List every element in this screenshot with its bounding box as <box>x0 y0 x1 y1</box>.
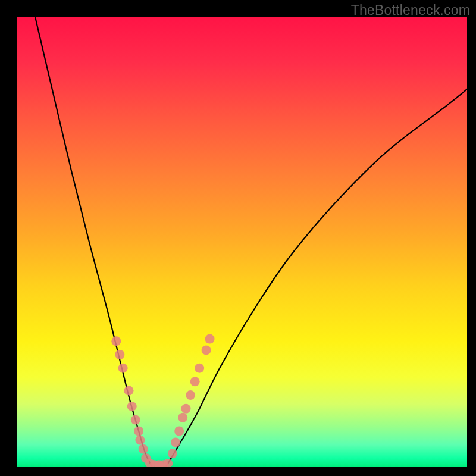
highlight-dot <box>181 404 191 414</box>
watermark-text: TheBottleneck.com <box>351 2 470 18</box>
highlight-dot <box>134 427 143 436</box>
highlight-dot <box>168 449 177 458</box>
highlight-dot <box>178 413 187 422</box>
highlight-dot <box>135 436 145 445</box>
highlight-dot <box>205 334 215 344</box>
curve-overlay <box>17 17 467 467</box>
highlight-dot <box>163 459 173 467</box>
left-curve <box>35 17 152 467</box>
highlight-dot <box>195 364 204 373</box>
highlight-dot <box>124 386 133 395</box>
highlight-dot <box>186 390 195 400</box>
highlight-dot <box>174 427 184 436</box>
highlight-dot <box>115 350 124 359</box>
highlight-dots <box>111 334 214 467</box>
chart-stage: TheBottleneck.com <box>0 0 476 476</box>
highlight-dot <box>118 364 128 373</box>
highlight-dot <box>111 336 121 346</box>
highlight-dot <box>190 377 200 386</box>
highlight-dot <box>171 437 180 447</box>
highlight-dot <box>139 444 148 454</box>
highlight-dot <box>127 402 137 411</box>
plot-area <box>17 17 467 467</box>
highlight-dot <box>131 415 140 425</box>
right-curve <box>165 89 467 467</box>
highlight-dot <box>202 345 211 355</box>
